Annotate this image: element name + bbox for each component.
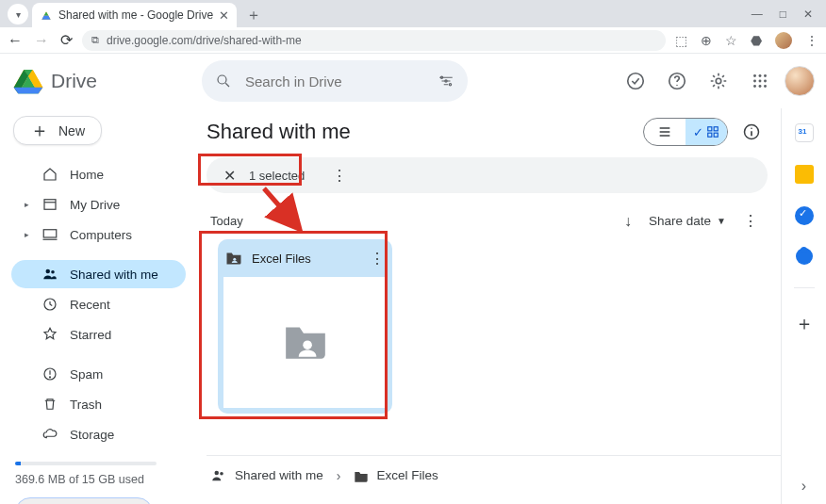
section-more-icon[interactable]: ⋮	[743, 212, 758, 230]
main-content: Shared with me ✓	[193, 108, 781, 504]
svg-point-42	[215, 470, 220, 475]
sort-label: Share date	[649, 214, 711, 228]
storage-bar	[15, 462, 157, 465]
get-storage-button[interactable]: Get more storage	[15, 497, 153, 504]
keep-app-icon[interactable]	[795, 165, 814, 184]
search-input[interactable]	[243, 73, 426, 90]
star-icon	[41, 326, 58, 343]
svg-rect-28	[43, 230, 57, 237]
sidebar-item-home[interactable]: Home	[11, 160, 186, 188]
plus-icon: ＋	[30, 118, 49, 143]
sort-menu[interactable]: Share date ▼	[649, 214, 726, 228]
address-bar[interactable]: ⧉ drive.google.com/drive/shared-with-me	[82, 30, 666, 51]
svg-point-19	[759, 74, 762, 77]
people-icon	[210, 467, 227, 484]
svg-marker-2	[41, 16, 50, 20]
selection-more-icon[interactable]: ⋮	[325, 167, 354, 185]
spam-icon	[41, 366, 58, 382]
bookmark-star-icon[interactable]: ☆	[725, 33, 737, 48]
shared-folder-icon	[225, 250, 242, 268]
svg-rect-36	[708, 133, 712, 137]
account-avatar[interactable]	[785, 66, 815, 96]
view-toggle: ✓	[643, 118, 728, 146]
sort-direction-icon[interactable]: ↓	[624, 213, 632, 230]
new-button-label: New	[58, 123, 85, 138]
install-app-icon[interactable]: ⬚	[675, 33, 687, 48]
search-bar[interactable]	[202, 60, 468, 102]
divider	[794, 287, 815, 288]
sidebar-item-label: Spam	[70, 367, 103, 382]
drive-logo[interactable]: Drive	[13, 68, 192, 94]
expand-caret-icon[interactable]: ▸	[23, 200, 30, 209]
shared-folder-large-icon	[282, 321, 329, 364]
sidebar-item-computers[interactable]: ▸ Computers	[11, 220, 186, 249]
sidebar-item-trash[interactable]: Trash	[11, 390, 186, 418]
sidebar-item-label: Storage	[70, 428, 114, 442]
browser-profile-avatar[interactable]	[775, 32, 792, 49]
browser-tab[interactable]: Shared with me - Google Drive ✕	[32, 3, 237, 27]
home-icon	[41, 166, 58, 183]
extensions-icon[interactable]: ⬣	[751, 33, 762, 48]
tab-title: Shared with me - Google Drive	[58, 8, 213, 22]
apps-grid-icon[interactable]	[743, 64, 777, 98]
dropdown-caret-icon: ▼	[717, 216, 726, 226]
drive-favicon	[40, 8, 53, 22]
breadcrumb-child[interactable]: Excel Files	[354, 468, 438, 482]
svg-point-22	[759, 80, 762, 83]
sidebar: ＋ New Home ▸ My Drive ▸ Computers	[0, 108, 193, 504]
svg-rect-37	[714, 133, 718, 137]
new-button[interactable]: ＋ New	[13, 116, 102, 145]
details-info-icon[interactable]	[735, 116, 768, 148]
clear-selection-icon[interactable]: ✕	[223, 167, 236, 185]
tab-search-button[interactable]: ▾	[8, 4, 28, 24]
sidebar-item-spam[interactable]: Spam	[11, 360, 186, 388]
breadcrumb-root[interactable]: Shared with me	[210, 467, 323, 484]
site-info-icon[interactable]: ⧉	[91, 34, 99, 46]
list-view-button[interactable]	[644, 119, 686, 145]
search-options-icon[interactable]	[438, 73, 454, 89]
nav-back-icon[interactable]: ←	[8, 32, 23, 49]
selection-count: 1 selected	[249, 169, 305, 183]
window-close-icon[interactable]: ✕	[803, 8, 813, 21]
page-title: Shared with me	[206, 120, 351, 144]
svg-rect-27	[44, 200, 56, 210]
collapse-panel-icon[interactable]: ›	[801, 478, 806, 495]
window-maximize-icon[interactable]: □	[780, 8, 786, 21]
sidebar-item-label: Trash	[70, 398, 102, 412]
add-app-icon[interactable]: ＋	[795, 311, 814, 336]
file-more-icon[interactable]: ⋮	[370, 250, 385, 268]
sidebar-item-recent[interactable]: Recent	[11, 290, 186, 318]
grid-view-button[interactable]: ✓	[686, 119, 727, 145]
svg-point-18	[753, 74, 756, 77]
expand-caret-icon[interactable]: ▸	[23, 230, 30, 239]
sidebar-item-shared[interactable]: Shared with me	[11, 260, 186, 288]
help-icon[interactable]	[660, 64, 694, 98]
chevron-right-icon: ›	[337, 468, 341, 483]
window-minimize-icon[interactable]: —	[752, 8, 763, 21]
sidebar-item-starred[interactable]: Starred	[11, 320, 186, 349]
offline-status-icon[interactable]	[619, 64, 653, 98]
window-controls: — □ ✕	[752, 0, 822, 27]
list-icon	[657, 124, 672, 139]
browser-tab-strip: ▾ Shared with me - Google Drive ✕ ＋ — □ …	[0, 0, 826, 27]
file-card-excel-files[interactable]: Excel Files ⋮	[218, 239, 392, 414]
calendar-app-icon[interactable]	[795, 123, 814, 142]
nav-reload-icon[interactable]: ⟳	[60, 31, 73, 49]
zoom-icon[interactable]: ⊕	[701, 33, 712, 48]
svg-rect-35	[714, 127, 718, 131]
svg-point-43	[220, 471, 223, 475]
svg-point-33	[50, 377, 51, 378]
svg-point-30	[51, 270, 55, 274]
svg-point-17	[716, 78, 721, 84]
browser-menu-icon[interactable]: ⋮	[805, 33, 818, 48]
svg-point-13	[449, 84, 451, 86]
tab-close-icon[interactable]: ✕	[219, 8, 229, 23]
shared-folder-icon	[354, 469, 369, 482]
nav-forward-icon[interactable]: →	[34, 32, 49, 49]
new-tab-button[interactable]: ＋	[242, 4, 265, 26]
settings-gear-icon[interactable]	[702, 64, 735, 98]
sidebar-item-mydrive[interactable]: ▸ My Drive	[11, 190, 186, 219]
tasks-app-icon[interactable]	[795, 206, 814, 225]
sidebar-item-storage[interactable]: Storage	[11, 420, 186, 448]
contacts-app-icon[interactable]	[796, 248, 813, 265]
